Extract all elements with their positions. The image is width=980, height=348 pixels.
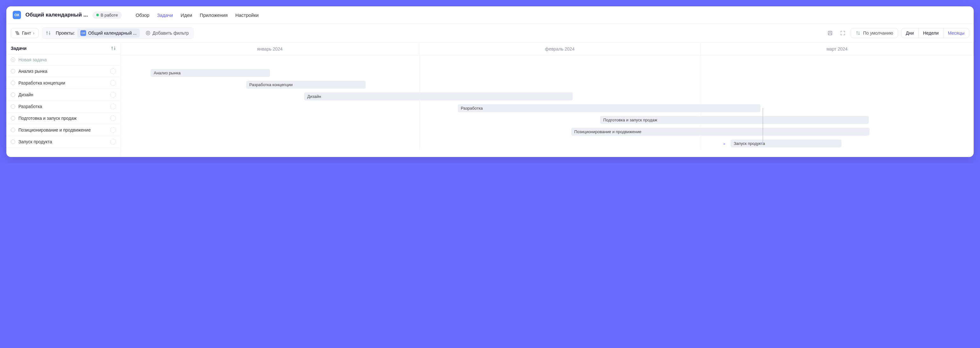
gantt-bar[interactable]: Дизайн <box>304 93 573 101</box>
assignee-placeholder-icon[interactable] <box>110 115 116 121</box>
assignee-placeholder-icon[interactable] <box>110 68 116 74</box>
status-circle-icon[interactable] <box>11 128 15 132</box>
assignee-placeholder-icon[interactable] <box>110 104 116 109</box>
tab-apps[interactable]: Приложения <box>200 13 228 18</box>
task-row[interactable]: Разработка <box>6 101 120 112</box>
zoom-months[interactable]: Месяцы <box>943 28 969 38</box>
main-tabs: Обзор Задачи Идеи Приложения Настройки <box>136 13 259 18</box>
task-row[interactable]: Анализ рынка <box>6 65 120 77</box>
svg-point-5 <box>47 32 48 33</box>
gantt-bar[interactable]: Разработка концепции <box>246 81 366 89</box>
timeline-header: январь 2024февраль 2024март 2024 <box>121 43 974 55</box>
task-row[interactable]: Позиционирование и продвижение <box>6 124 120 136</box>
gantt-bar[interactable]: Позиционирование и продвижение <box>571 128 870 136</box>
add-filter-label: Добавить фильтр <box>153 30 189 35</box>
svg-point-15 <box>112 47 113 48</box>
status-circle-icon[interactable] <box>11 69 15 73</box>
task-name: Позиционирование и продвижение <box>18 128 107 132</box>
svg-point-6 <box>49 34 50 34</box>
svg-rect-11 <box>829 31 831 32</box>
assignee-placeholder-icon[interactable] <box>110 80 116 86</box>
assignee-placeholder-icon[interactable] <box>110 139 116 145</box>
filter-project-chip[interactable]: ОК Общий календарный ... <box>77 29 140 37</box>
svg-point-16 <box>115 49 115 49</box>
view-switcher[interactable]: Гант › <box>11 28 38 38</box>
gantt-row: Разработка <box>121 102 974 114</box>
gantt-row: Анализ рынка <box>121 67 974 79</box>
status-pill[interactable]: В работе <box>92 11 122 19</box>
titlebar: ОК Общий календарный ... В работе Обзор … <box>6 6 974 24</box>
chip-label: Общий календарный ... <box>88 30 137 35</box>
task-name: Запуск продукта <box>18 139 107 144</box>
svg-rect-1 <box>16 33 19 34</box>
task-name: Анализ рынка <box>18 69 107 74</box>
gantt-bar[interactable]: Анализ рынка <box>151 69 270 77</box>
fullscreen-icon[interactable] <box>838 28 848 38</box>
filter-projects-label: Проекты: <box>56 30 75 35</box>
svg-rect-0 <box>16 32 18 32</box>
grid-line <box>701 55 701 149</box>
month-column: январь 2024 <box>121 43 419 55</box>
gantt-bar[interactable]: Подготовка и запуск продаж <box>600 116 869 124</box>
task-name: Разработка концепции <box>18 80 107 86</box>
task-name: Подготовка и запуск продаж <box>18 116 107 121</box>
month-column: март 2024 <box>701 43 974 55</box>
tab-settings[interactable]: Настройки <box>235 13 259 18</box>
timeline-body[interactable]: Анализ рынкаРазработка концепцииДизайнРа… <box>121 55 974 149</box>
gantt-row: Разработка концепции <box>121 79 974 91</box>
task-name: Разработка <box>18 104 107 109</box>
svg-rect-12 <box>829 34 831 35</box>
sidebar-sliders-icon[interactable] <box>111 46 116 51</box>
gantt-bar[interactable]: Разработка <box>458 104 760 112</box>
sort-button[interactable]: По умолчанию <box>851 28 898 38</box>
zoom-weeks[interactable]: Недели <box>919 28 943 38</box>
plus-circle-icon <box>145 30 151 35</box>
status-dot-icon <box>96 14 99 16</box>
task-name: Дизайн <box>18 92 107 97</box>
gantt-icon <box>15 30 20 35</box>
gantt-row: Подготовка и запуск продаж <box>121 114 974 126</box>
add-filter-button[interactable]: Добавить фильтр <box>142 29 192 37</box>
svg-rect-2 <box>17 34 19 35</box>
sidebar-title: Задачи <box>11 46 27 51</box>
status-circle-icon[interactable] <box>11 81 15 85</box>
zoom-switcher: Дни Недели Месяцы <box>901 28 969 38</box>
sliders-icon[interactable] <box>43 28 53 38</box>
chip-badge-icon: ОК <box>80 30 86 36</box>
project-badge: ОК <box>13 11 21 19</box>
status-circle-icon[interactable] <box>11 139 15 144</box>
project-title: Общий календарный ... <box>25 12 88 18</box>
dependency-line <box>760 108 763 143</box>
gantt-row: Позиционирование и продвижение <box>121 126 974 137</box>
task-row[interactable]: Дизайн <box>6 89 120 101</box>
task-row[interactable]: Запуск продукта <box>6 136 120 148</box>
status-label: В работе <box>101 13 118 18</box>
content-area: Задачи + Новая задача Анализ рынка Разра… <box>6 43 974 157</box>
tab-overview[interactable]: Обзор <box>136 13 149 18</box>
task-row[interactable]: Разработка концепции <box>6 77 120 89</box>
new-task-label: Новая задача <box>18 57 116 62</box>
assignee-placeholder-icon[interactable] <box>110 127 116 133</box>
zoom-days[interactable]: Дни <box>902 28 919 38</box>
grid-line <box>419 55 420 149</box>
app-window: ОК Общий календарный ... В работе Обзор … <box>6 6 974 157</box>
gantt-bar[interactable]: Запуск продукта <box>731 139 842 147</box>
tab-ideas[interactable]: Идеи <box>181 13 192 18</box>
view-label: Гант <box>22 30 31 35</box>
status-circle-icon[interactable] <box>11 116 15 120</box>
assignee-placeholder-icon[interactable] <box>110 92 116 97</box>
month-column: февраль 2024 <box>419 43 701 55</box>
tab-tasks[interactable]: Задачи <box>157 13 173 18</box>
status-circle-icon[interactable] <box>11 93 15 97</box>
sort-label: По умолчанию <box>863 30 893 35</box>
gantt-row: Запуск продукта <box>121 137 974 149</box>
chevron-right-icon: › <box>33 30 35 35</box>
task-row[interactable]: Подготовка и запуск продаж <box>6 112 120 124</box>
save-icon[interactable] <box>825 28 835 38</box>
gantt-row: Дизайн <box>121 91 974 102</box>
sidebar-header: Задачи <box>6 43 120 54</box>
task-sidebar: Задачи + Новая задача Анализ рынка Разра… <box>6 43 121 157</box>
toolbar: Гант › Проекты: ОК Общий календарный ...… <box>6 24 974 43</box>
status-circle-icon[interactable] <box>11 104 15 109</box>
new-task-row[interactable]: + Новая задача <box>6 54 120 65</box>
